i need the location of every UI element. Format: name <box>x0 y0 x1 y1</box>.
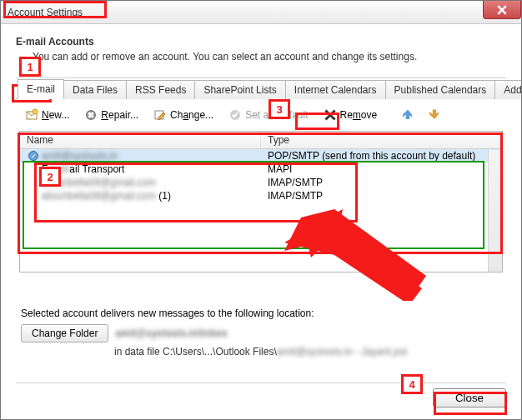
tab-sharepoint-lists[interactable]: SharePoint Lists <box>194 80 285 99</box>
default-account-icon <box>28 151 38 161</box>
section-subtext: You can add or remove an account. You ca… <box>33 51 506 62</box>
location-sub: in data file C:\Users\...\Outlook Files\… <box>114 346 501 358</box>
svg-point-1 <box>33 109 38 114</box>
window-close-button[interactable] <box>483 1 521 19</box>
close-button[interactable]: Close <box>433 388 506 408</box>
account-name: alisonbella08@gmail.com (1) <box>42 190 171 202</box>
tab-data-files[interactable]: Data Files <box>63 80 127 99</box>
account-name: amit@systools.in <box>42 150 118 162</box>
window-title: Account Settings <box>8 7 83 18</box>
tab-rss-feeds[interactable]: RSS Feeds <box>126 80 195 99</box>
remove-icon <box>324 108 337 122</box>
repair-button[interactable]: Repair... <box>78 106 144 124</box>
arrow-down-icon: 🡻 <box>429 108 440 122</box>
account-name: alisonbella08@gmail.com <box>42 177 156 188</box>
remove-button[interactable]: Remove <box>318 106 384 124</box>
tab-internet-calendars[interactable]: Internet Calendars <box>285 80 386 99</box>
table-row[interactable]: alisonbella08@gmail.com IMAP/SMTP <box>20 176 502 189</box>
set-default-button: Set as Default <box>223 106 314 124</box>
repair-icon <box>84 108 98 122</box>
scrollbar[interactable] <box>488 150 502 272</box>
tab-address-books[interactable]: Address Books <box>494 80 522 99</box>
title-bar: Account Settings <box>1 1 521 24</box>
change-folder-button[interactable]: Change Folder <box>21 324 108 342</box>
change-button[interactable]: Change... <box>148 106 219 124</box>
table-row[interactable]: alisonbella08@gmail.com (1) IMAP/SMTP <box>20 189 502 202</box>
default-icon <box>228 108 242 122</box>
table-row[interactable]: amit@systools.in POP/SMTP (send from thi… <box>20 149 502 162</box>
account-type: IMAP/SMTP <box>261 190 502 202</box>
move-up-button[interactable]: 🡹 <box>396 106 419 124</box>
accounts-table: Name Type amit@systools.in POP/SMTP (sen… <box>19 131 503 272</box>
col-type[interactable]: Type <box>261 132 502 148</box>
close-icon <box>497 5 507 15</box>
table-row[interactable]: Fax Mail Transport MAPI <box>20 162 502 176</box>
account-type: IMAP/SMTP <box>261 177 502 188</box>
location-main: amit@systools.in\Inbox <box>115 328 227 339</box>
tab-strip: E-mail Data Files RSS Feeds SharePoint L… <box>16 78 506 99</box>
change-icon <box>153 108 167 122</box>
tab-email[interactable]: E-mail <box>18 79 64 99</box>
account-name: Fax Mail Transport <box>42 163 124 175</box>
move-down-button[interactable]: 🡻 <box>423 106 446 124</box>
table-header: Name Type <box>20 132 502 149</box>
new-icon <box>25 108 38 122</box>
tab-published-calendars[interactable]: Published Calendars <box>385 80 496 99</box>
divider <box>16 382 506 383</box>
arrow-up-icon: 🡹 <box>402 108 414 122</box>
delivery-location-text: Selected account delivers new messages t… <box>21 308 501 319</box>
account-type: MAPI <box>261 163 502 175</box>
account-type: POP/SMTP (send from this account by defa… <box>261 150 502 162</box>
col-name[interactable]: Name <box>20 132 261 148</box>
toolbar: New... Repair... Change... Set as Defaul… <box>16 99 506 131</box>
new-button[interactable]: New... <box>19 106 75 124</box>
section-heading: E-mail Accounts <box>16 36 506 48</box>
